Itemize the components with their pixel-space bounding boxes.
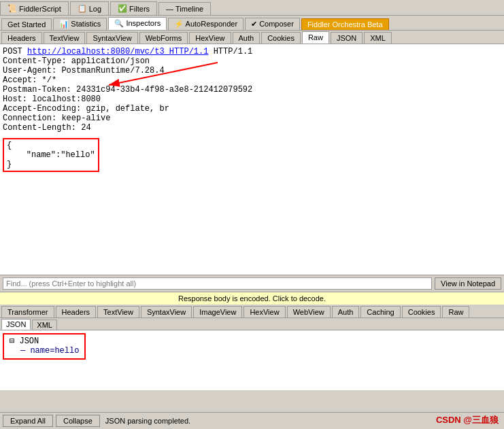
tab-autoresponder[interactable]: ⚡ AutoResponder xyxy=(168,18,243,30)
second-tabs-bar: Get Started 📊 Statistics 🔍 Inspectors ⚡ … xyxy=(0,16,504,31)
header-content-length: Content-Length: 24 xyxy=(3,123,501,133)
req-tab-raw[interactable]: Raw xyxy=(302,31,329,44)
status-text: JSON parsing completed. xyxy=(105,417,190,425)
tab-getstarted[interactable]: Get Started xyxy=(1,18,52,30)
request-body: { "name":"hello" } xyxy=(3,137,501,172)
resp-tab-headers[interactable]: Headers xyxy=(56,306,97,318)
tab-filters[interactable]: ✅ Filters xyxy=(110,1,157,15)
composer-icon: ✔ xyxy=(251,20,257,28)
response-sub-tabs-bar: JSON XML xyxy=(0,318,504,330)
resp-tab-syntaxview[interactable]: SyntaxView xyxy=(141,306,192,318)
tab-inspectors[interactable]: 🔍 Inspectors xyxy=(108,17,167,30)
top-tabs-bar: 📜 FiddlerScript 📋 Log ✅ Filters — Timeli… xyxy=(0,0,504,16)
json-tree-root: ⊟ JSON xyxy=(7,336,79,346)
expand-all-button[interactable]: Expand All xyxy=(3,415,53,427)
resp-subtab-json[interactable]: JSON xyxy=(1,319,31,330)
json-body-block: { "name":"hello" } xyxy=(3,138,99,172)
resp-tab-raw[interactable]: Raw xyxy=(442,306,469,318)
fiddlerscript-icon: 📜 xyxy=(7,4,17,13)
json-tree-child: — name=hello xyxy=(7,346,79,356)
tab-composer[interactable]: ✔ Composer xyxy=(245,18,300,30)
tab-log[interactable]: 📋 Log xyxy=(70,1,109,15)
req-tab-hexview[interactable]: HexView xyxy=(189,32,231,44)
header-postman-token: Postman-Token: 24331c94-33b4-4f98-a3e8-2… xyxy=(3,85,501,95)
header-connection: Connection: keep-alive xyxy=(3,114,501,123)
autoresponder-icon: ⚡ xyxy=(174,20,184,28)
resp-tab-webview[interactable]: WebView xyxy=(287,306,331,318)
bottom-bar: Expand All Collapse JSON parsing complet… xyxy=(0,412,504,429)
resp-subtab-xml[interactable]: XML xyxy=(32,320,57,330)
resp-tab-textview[interactable]: TextView xyxy=(97,306,139,318)
collapse-button[interactable]: Collapse xyxy=(56,415,100,427)
statistics-icon: 📊 xyxy=(59,20,69,28)
header-host: Host: localhost:8080 xyxy=(3,95,501,104)
req-tab-auth[interactable]: Auth xyxy=(233,32,261,44)
tab-fiddlerorchestra[interactable]: Fiddler Orchestra Beta xyxy=(301,18,389,30)
req-tab-textview[interactable]: TextView xyxy=(44,32,86,44)
tab-statistics[interactable]: 📊 Statistics xyxy=(53,18,107,30)
resp-tab-caching[interactable]: Caching xyxy=(360,306,400,318)
req-tab-webforms[interactable]: WebForms xyxy=(139,32,188,44)
response-tabs-bar: Transformer Headers TextView SyntaxView … xyxy=(0,305,504,318)
resp-tab-hexview[interactable]: HexView xyxy=(243,306,285,318)
header-content-type: Content-Type: application/json xyxy=(3,56,501,66)
json-tree-block: ⊟ JSON — name=hello xyxy=(3,333,86,360)
req-tab-json[interactable]: JSON xyxy=(331,32,363,44)
resp-tab-cookies[interactable]: Cookies xyxy=(402,306,441,318)
req-tab-cookies[interactable]: Cookies xyxy=(261,32,301,44)
header-accept: Accept: */* xyxy=(3,75,501,85)
watermark: CSDN @三血狼 xyxy=(436,414,499,426)
req-tab-syntaxview[interactable]: SyntaxView xyxy=(86,32,137,44)
request-method-line: POST http://localhost:8080/mvc/t3_HTTP/1… xyxy=(3,47,501,56)
log-icon: 📋 xyxy=(78,4,87,13)
resp-tab-auth[interactable]: Auth xyxy=(332,306,360,318)
response-content-area: ⊟ JSON — name=hello xyxy=(0,330,504,390)
req-tab-xml[interactable]: XML xyxy=(364,32,392,44)
tab-fiddlerscript[interactable]: 📜 FiddlerScript xyxy=(0,1,69,15)
request-tabs-bar: Headers TextView SyntaxView WebForms Hex… xyxy=(0,31,504,44)
request-content-area: POST http://localhost:8080/mvc/t3_HTTP/1… xyxy=(0,44,504,275)
header-user-agent: User-Agent: PostmanRuntime/7.28.4 xyxy=(3,66,501,75)
find-bar: View in Notepad xyxy=(0,275,504,292)
response-encoded-bar[interactable]: Response body is encoded. Click to decod… xyxy=(0,292,504,305)
request-url-link[interactable]: http://localhost:8080/mvc/t3_HTTP/1.1 xyxy=(27,47,208,56)
find-input[interactable] xyxy=(3,277,432,290)
inspectors-icon: 🔍 xyxy=(114,19,124,27)
tab-timeline[interactable]: — Timeline xyxy=(158,2,211,15)
header-accept-encoding: Accept-Encoding: gzip, deflate, br xyxy=(3,104,501,114)
timeline-icon: — xyxy=(166,5,173,13)
view-notepad-button[interactable]: View in Notepad xyxy=(435,277,501,290)
resp-tab-transformer[interactable]: Transformer xyxy=(1,306,54,318)
resp-tab-imageview[interactable]: ImageView xyxy=(193,306,242,318)
filters-icon: ✅ xyxy=(118,4,127,13)
req-tab-headers[interactable]: Headers xyxy=(1,32,42,44)
